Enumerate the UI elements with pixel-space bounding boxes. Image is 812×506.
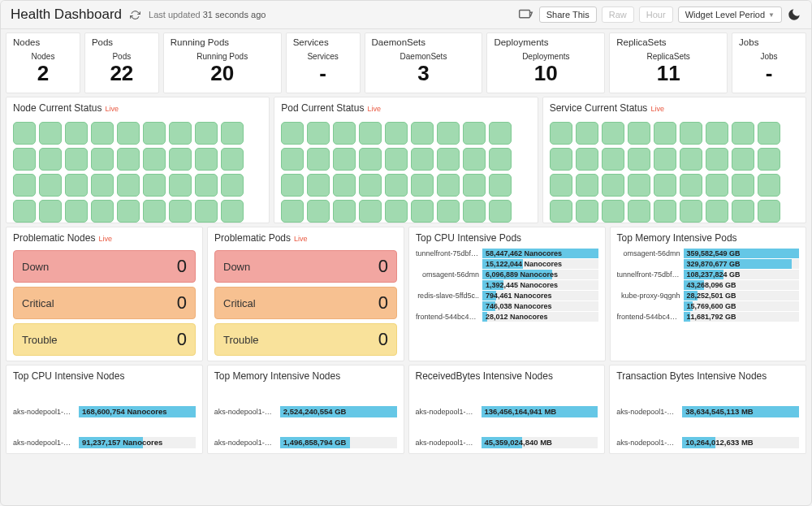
- metric-tile[interactable]: Nodes Nodes 2: [6, 32, 80, 93]
- status-cell[interactable]: [550, 174, 572, 197]
- status-cell[interactable]: [680, 122, 702, 145]
- status-cell[interactable]: [333, 200, 356, 223]
- status-cell[interactable]: [758, 200, 780, 223]
- status-cell[interactable]: [437, 174, 460, 197]
- problem-item-critical[interactable]: Critical 0: [214, 287, 397, 319]
- status-cell[interactable]: [654, 148, 676, 171]
- status-cell[interactable]: [385, 174, 408, 197]
- status-cell[interactable]: [91, 174, 114, 197]
- problem-item-down[interactable]: Down 0: [214, 250, 397, 283]
- status-cell[interactable]: [333, 174, 356, 197]
- status-cell[interactable]: [359, 200, 382, 223]
- status-cell[interactable]: [13, 200, 36, 223]
- status-cell[interactable]: [195, 148, 218, 171]
- metric-tile[interactable]: Deployments Deployments 10: [486, 32, 605, 93]
- status-cell[interactable]: [602, 174, 624, 197]
- status-cell[interactable]: [576, 200, 598, 223]
- status-cell[interactable]: [281, 174, 304, 197]
- status-cell[interactable]: [602, 122, 624, 145]
- status-cell[interactable]: [359, 122, 382, 145]
- status-cell[interactable]: [732, 174, 754, 197]
- status-cell[interactable]: [221, 148, 244, 171]
- status-cell[interactable]: [437, 200, 460, 223]
- status-cell[interactable]: [463, 148, 486, 171]
- status-cell[interactable]: [437, 122, 460, 145]
- export-icon[interactable]: [516, 6, 534, 24]
- status-cell[interactable]: [654, 122, 676, 145]
- status-cell[interactable]: [628, 200, 650, 223]
- status-cell[interactable]: [169, 148, 192, 171]
- hour-button[interactable]: Hour: [639, 6, 673, 23]
- status-cell[interactable]: [489, 122, 512, 145]
- status-cell[interactable]: [602, 148, 624, 171]
- status-cell[interactable]: [732, 200, 754, 223]
- status-cell[interactable]: [437, 148, 460, 171]
- raw-button[interactable]: Raw: [602, 6, 634, 23]
- status-cell[interactable]: [359, 174, 382, 197]
- status-cell[interactable]: [576, 174, 598, 197]
- status-cell[interactable]: [281, 122, 304, 145]
- status-cell[interactable]: [680, 200, 702, 223]
- status-cell[interactable]: [195, 174, 218, 197]
- metric-tile[interactable]: Pods Pods 22: [84, 32, 159, 93]
- status-cell[interactable]: [91, 200, 114, 223]
- status-cell[interactable]: [628, 122, 650, 145]
- problem-item-trouble[interactable]: Trouble 0: [214, 323, 397, 356]
- status-cell[interactable]: [281, 148, 304, 171]
- status-cell[interactable]: [195, 122, 218, 145]
- status-cell[interactable]: [463, 200, 486, 223]
- status-cell[interactable]: [385, 122, 408, 145]
- status-cell[interactable]: [489, 200, 512, 223]
- status-cell[interactable]: [602, 200, 624, 223]
- status-cell[interactable]: [385, 148, 408, 171]
- status-cell[interactable]: [91, 148, 114, 171]
- status-cell[interactable]: [221, 174, 244, 197]
- status-cell[interactable]: [307, 200, 330, 223]
- status-cell[interactable]: [706, 148, 728, 171]
- status-cell[interactable]: [489, 174, 512, 197]
- status-cell[interactable]: [195, 200, 218, 223]
- status-cell[interactable]: [117, 148, 140, 171]
- status-cell[interactable]: [463, 174, 486, 197]
- metric-tile[interactable]: DaemonSets DaemonSets 3: [365, 32, 483, 93]
- status-cell[interactable]: [307, 174, 330, 197]
- status-cell[interactable]: [628, 148, 650, 171]
- status-cell[interactable]: [117, 200, 140, 223]
- metric-tile[interactable]: Running Pods Running Pods 20: [163, 32, 282, 93]
- status-cell[interactable]: [91, 122, 114, 145]
- dark-mode-icon[interactable]: [787, 7, 801, 22]
- status-cell[interactable]: [13, 122, 36, 145]
- status-cell[interactable]: [680, 148, 702, 171]
- status-cell[interactable]: [143, 200, 166, 223]
- status-cell[interactable]: [550, 200, 572, 223]
- status-cell[interactable]: [117, 174, 140, 197]
- problem-item-critical[interactable]: Critical 0: [13, 287, 196, 319]
- status-cell[interactable]: [13, 174, 36, 197]
- status-cell[interactable]: [65, 174, 88, 197]
- status-cell[interactable]: [307, 122, 330, 145]
- status-cell[interactable]: [117, 122, 140, 145]
- status-cell[interactable]: [550, 148, 572, 171]
- status-cell[interactable]: [169, 174, 192, 197]
- status-cell[interactable]: [758, 122, 780, 145]
- status-cell[interactable]: [221, 200, 244, 223]
- status-cell[interactable]: [732, 148, 754, 171]
- status-cell[interactable]: [333, 122, 356, 145]
- metric-tile[interactable]: Services Services -: [286, 32, 361, 93]
- share-button[interactable]: Share This: [539, 6, 597, 23]
- metric-tile[interactable]: ReplicaSets ReplicaSets 11: [609, 32, 728, 93]
- status-cell[interactable]: [758, 174, 780, 197]
- status-cell[interactable]: [411, 148, 434, 171]
- problem-item-trouble[interactable]: Trouble 0: [13, 323, 196, 356]
- problem-item-down[interactable]: Down 0: [13, 250, 196, 283]
- status-cell[interactable]: [65, 122, 88, 145]
- status-cell[interactable]: [732, 122, 754, 145]
- metric-tile[interactable]: Jobs Jobs -: [732, 32, 806, 93]
- status-cell[interactable]: [65, 148, 88, 171]
- status-cell[interactable]: [143, 148, 166, 171]
- status-cell[interactable]: [706, 174, 728, 197]
- status-cell[interactable]: [143, 122, 166, 145]
- status-cell[interactable]: [680, 174, 702, 197]
- status-cell[interactable]: [628, 174, 650, 197]
- status-cell[interactable]: [307, 148, 330, 171]
